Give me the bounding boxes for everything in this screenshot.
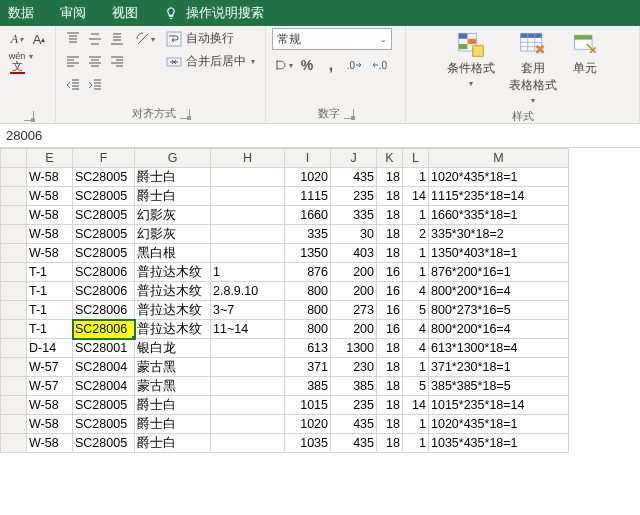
cell[interactable]: 1035	[285, 434, 331, 453]
cell[interactable]: 200	[331, 263, 377, 282]
increase-decimal-button[interactable]: .0	[344, 54, 366, 76]
cell[interactable]: 371	[285, 358, 331, 377]
cell[interactable]	[211, 225, 285, 244]
cell[interactable]: 爵士白	[135, 187, 211, 206]
cell[interactable]: 14	[403, 187, 429, 206]
cell[interactable]: 18	[377, 244, 403, 263]
align-top-icon[interactable]	[62, 28, 84, 50]
cell[interactable]: 18	[377, 377, 403, 396]
cell[interactable]: 16	[377, 320, 403, 339]
cell[interactable]: 1660	[285, 206, 331, 225]
cell[interactable]: 蒙古黑	[135, 377, 211, 396]
conditional-formatting-button[interactable]: 条件格式▾	[443, 28, 499, 90]
cell[interactable]: 爵士白	[135, 415, 211, 434]
cell[interactable]: 16	[377, 282, 403, 301]
merge-center-button[interactable]: 合并后居中▾	[162, 51, 259, 72]
comma-format-button[interactable]: ,	[320, 54, 342, 76]
cell[interactable]: W-58	[27, 206, 73, 225]
cell[interactable]: 爵士白	[135, 396, 211, 415]
cell[interactable]: 普拉达木纹	[135, 301, 211, 320]
cell[interactable]	[211, 168, 285, 187]
column-header[interactable]: M	[429, 149, 569, 168]
cell[interactable]: W-57	[27, 377, 73, 396]
cell[interactable]: 200	[331, 282, 377, 301]
chevron-down-icon[interactable]: ▾	[29, 52, 33, 74]
cell[interactable]: SC28005	[73, 396, 135, 415]
cell[interactable]	[211, 244, 285, 263]
row-header[interactable]	[1, 358, 27, 377]
cell[interactable]: 黑白根	[135, 244, 211, 263]
cell[interactable]: 335*30*18=2	[429, 225, 569, 244]
cell[interactable]: 800	[285, 320, 331, 339]
cell-styles-button[interactable]: 单元	[567, 28, 603, 79]
cell[interactable]: 幻影灰	[135, 206, 211, 225]
cell[interactable]: 18	[377, 415, 403, 434]
cell[interactable]: 1350*403*18=1	[429, 244, 569, 263]
cell[interactable]: 蒙古黑	[135, 358, 211, 377]
cell[interactable]: 16	[377, 263, 403, 282]
row-header[interactable]	[1, 320, 27, 339]
formula-bar[interactable]: 28006	[0, 124, 640, 148]
cell[interactable]: 1020*435*18=1	[429, 415, 569, 434]
row-header[interactable]	[1, 206, 27, 225]
align-left-icon[interactable]	[62, 51, 84, 73]
cell[interactable]: W-58	[27, 187, 73, 206]
cell[interactable]: W-58	[27, 168, 73, 187]
select-all-corner[interactable]	[1, 149, 27, 168]
cell[interactable]: 1	[403, 434, 429, 453]
tab-data[interactable]: 数据	[4, 0, 38, 26]
row-header[interactable]	[1, 244, 27, 263]
cell[interactable]: 18	[377, 339, 403, 358]
cell[interactable]: W-57	[27, 358, 73, 377]
row-header[interactable]	[1, 301, 27, 320]
row-header[interactable]	[1, 263, 27, 282]
cell[interactable]: 30	[331, 225, 377, 244]
cell[interactable]: SC28006	[73, 263, 135, 282]
cell[interactable]: 5	[403, 377, 429, 396]
cell[interactable]: 1020*435*18=1	[429, 168, 569, 187]
cell[interactable]: 800*273*16=5	[429, 301, 569, 320]
cell[interactable]: 5	[403, 301, 429, 320]
cell[interactable]: SC28005	[73, 187, 135, 206]
cell[interactable]: 2	[403, 225, 429, 244]
cell[interactable]: 3~7	[211, 301, 285, 320]
row-header[interactable]	[1, 434, 27, 453]
cell[interactable]	[211, 434, 285, 453]
cell[interactable]: T-1	[27, 282, 73, 301]
cell[interactable]: 18	[377, 434, 403, 453]
align-right-icon[interactable]	[106, 51, 128, 73]
cell[interactable]: 18	[377, 358, 403, 377]
cell[interactable]	[211, 396, 285, 415]
accounting-format-button[interactable]: ▾	[272, 54, 294, 76]
cell[interactable]: 1660*335*18=1	[429, 206, 569, 225]
cell[interactable]: 385	[331, 377, 377, 396]
dialog-launcher-icon[interactable]	[24, 111, 34, 121]
cell[interactable]: T-1	[27, 301, 73, 320]
font-size-dropdown[interactable]: A▾	[6, 28, 28, 50]
align-center-icon[interactable]	[84, 51, 106, 73]
cell[interactable]: 1115*235*18=14	[429, 187, 569, 206]
cell[interactable]: 200	[331, 320, 377, 339]
cell[interactable]: 1115	[285, 187, 331, 206]
cell[interactable]: SC28004	[73, 377, 135, 396]
cell[interactable]: 435	[331, 168, 377, 187]
cell[interactable]: SC28005	[73, 225, 135, 244]
cell[interactable]: SC28005	[73, 206, 135, 225]
row-header[interactable]	[1, 377, 27, 396]
cell[interactable]: SC28006	[73, 301, 135, 320]
cell[interactable]: 876*200*16=1	[429, 263, 569, 282]
cell[interactable]: 18	[377, 225, 403, 244]
cell[interactable]: 1	[403, 168, 429, 187]
cell[interactable]: SC28005	[73, 244, 135, 263]
cell[interactable]: 403	[331, 244, 377, 263]
cell[interactable]: 爵士白	[135, 434, 211, 453]
column-header[interactable]: J	[331, 149, 377, 168]
cell[interactable]: 435	[331, 415, 377, 434]
cell[interactable]: 230	[331, 358, 377, 377]
cell[interactable]	[211, 187, 285, 206]
cell[interactable]: 1015	[285, 396, 331, 415]
column-header[interactable]: L	[403, 149, 429, 168]
cell[interactable]: 385	[285, 377, 331, 396]
cell[interactable]: 235	[331, 396, 377, 415]
row-header[interactable]	[1, 187, 27, 206]
